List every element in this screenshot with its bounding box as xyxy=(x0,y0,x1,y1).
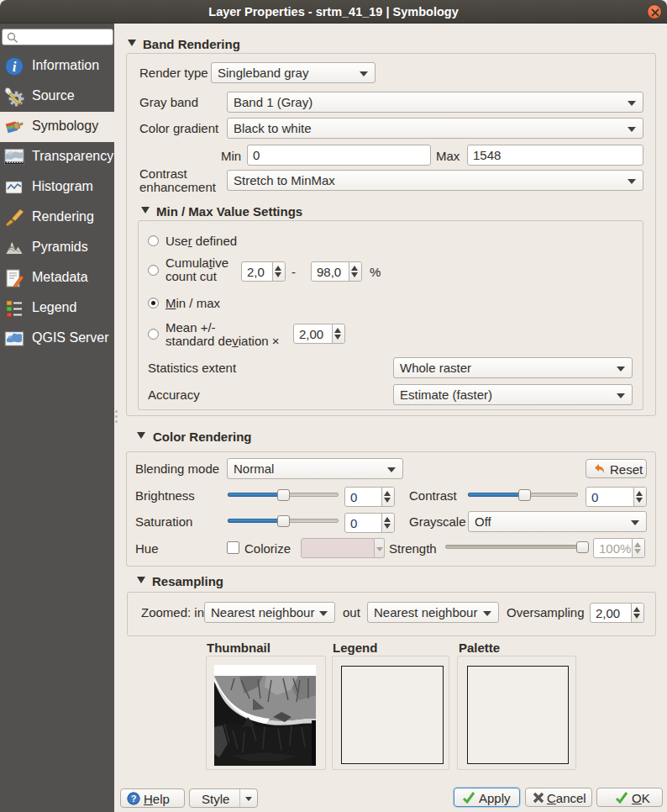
svg-text:?: ? xyxy=(131,794,137,804)
